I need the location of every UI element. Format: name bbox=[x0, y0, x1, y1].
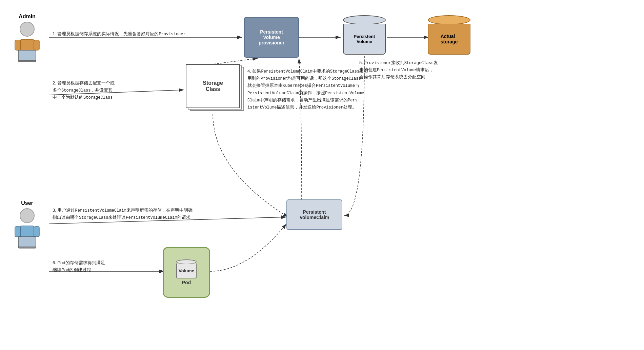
svg-rect-10 bbox=[15, 40, 20, 50]
step3-text: 3. 用户通过PersistentVolumeClaim来声明所需的存储，在声明… bbox=[53, 207, 286, 221]
pod-label: Pod bbox=[182, 280, 191, 285]
actual-storage-cylinder: Actualstorage bbox=[427, 15, 471, 55]
user-head bbox=[20, 208, 35, 223]
pv-label: PersistentVolume bbox=[354, 34, 375, 44]
user-figure: User bbox=[14, 200, 41, 250]
svg-line-6 bbox=[214, 58, 258, 64]
svg-rect-18 bbox=[18, 247, 36, 248]
svg-rect-15 bbox=[15, 227, 20, 237]
diagram: Admin User PersistentVolumeprovisi bbox=[0, 0, 644, 350]
persistent-volume-cylinder: PersistentVolume bbox=[342, 15, 386, 55]
user-body-svg bbox=[14, 223, 41, 250]
pvc-box: PersistentVolumeClaim bbox=[286, 199, 342, 230]
actual-storage-top bbox=[428, 15, 470, 25]
actual-storage-label: Actualstorage bbox=[441, 34, 458, 44]
vol-cyl-body: Volume bbox=[176, 264, 197, 278]
step2-text: 2. 管理员根据存储去配置一个或 多个StorageClass，并设置其 中一个… bbox=[53, 80, 181, 101]
storage-class-box: StorageClass bbox=[186, 64, 240, 108]
svg-rect-13 bbox=[18, 60, 36, 62]
svg-rect-17 bbox=[18, 237, 36, 247]
svg-rect-11 bbox=[34, 40, 39, 50]
admin-head bbox=[20, 22, 35, 37]
admin-figure: Admin bbox=[14, 14, 41, 64]
pv-cylinder-body: PersistentVolume bbox=[343, 24, 386, 55]
step5-text: 5. Provisioner接收到StorageClass发 来的创建Persi… bbox=[359, 59, 502, 81]
admin-body-svg bbox=[14, 37, 41, 64]
volume-cylinder: Volume bbox=[176, 259, 197, 278]
svg-rect-12 bbox=[18, 50, 36, 60]
actual-storage-body: Actualstorage bbox=[428, 24, 470, 55]
pv-provisioner-box: PersistentVolumeprovisioner bbox=[244, 17, 299, 58]
arrows-svg bbox=[0, 0, 644, 350]
pv-provisioner-label: PersistentVolumeprovisioner bbox=[259, 29, 284, 45]
step1-text: 1. 管理员根据储存系统的实际情况，先准备备好对应的Provisioner bbox=[53, 31, 242, 38]
user-label: User bbox=[21, 200, 33, 206]
step6-text: 6. Pod的存储需求得到满足 继续Pod的创建过程 bbox=[53, 259, 161, 274]
pvc-label: PersistentVolumeClaim bbox=[300, 209, 329, 220]
pv-cylinder-top bbox=[343, 15, 386, 25]
step1-label: 1. 管理员根据储存系统的实际情况，先准备备好对应的Provisioner bbox=[53, 31, 186, 36]
volume-pod-box: Volume Pod bbox=[163, 247, 210, 298]
admin-label: Admin bbox=[19, 14, 36, 20]
svg-rect-16 bbox=[34, 227, 39, 237]
storage-class-label: StorageClass bbox=[203, 80, 223, 92]
